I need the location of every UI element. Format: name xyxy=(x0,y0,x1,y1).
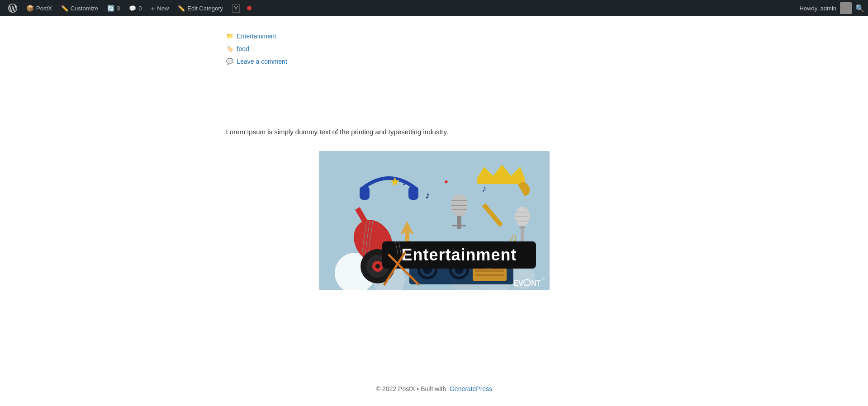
admin-bar: 📦 PostX ✏️ Customize 🔄 3 💬 0 + New ✏️ Ed… xyxy=(0,0,868,16)
footer-generatepress-link[interactable]: GeneratePress xyxy=(450,385,492,392)
updates-count: 3 xyxy=(117,5,120,12)
entertainment-image: ♪ ♩ ♪ ♫ xyxy=(319,151,550,290)
edit-category-icon: ✏️ xyxy=(178,5,185,12)
new-plus-icon: + xyxy=(151,5,155,12)
tag-row: 🏷️ food xyxy=(226,42,642,55)
svg-text:♪: ♪ xyxy=(482,184,486,194)
svg-rect-45 xyxy=(519,227,526,228)
svg-rect-33 xyxy=(457,216,461,229)
svg-rect-26 xyxy=(408,186,418,200)
comments-icon: 💬 xyxy=(129,5,136,12)
updates-button[interactable]: 🔄 3 xyxy=(103,0,124,16)
updates-icon: 🔄 xyxy=(107,5,114,12)
tag-icon: 🏷️ xyxy=(226,43,233,55)
leave-comment-link[interactable]: Leave a comment xyxy=(237,55,287,68)
edit-category-button[interactable]: ✏️ Edit Category xyxy=(173,0,228,16)
customize-label: Customize xyxy=(71,5,98,12)
svg-text:EV: EV xyxy=(513,279,523,287)
svg-text:♩: ♩ xyxy=(403,178,406,187)
site-footer: © 2022 PostX • Built with GeneratePress xyxy=(0,372,868,406)
footer-copyright: © 2022 PostX • Built with xyxy=(376,385,446,392)
postx-button[interactable]: 📦 PostX xyxy=(22,0,57,16)
entry-meta: 📁 Entertainment 🏷️ food 💬 Leave a commen… xyxy=(226,30,642,68)
customize-button[interactable]: ✏️ Customize xyxy=(57,0,103,16)
new-label: New xyxy=(157,5,169,12)
category-icon: 📁 xyxy=(226,30,233,42)
svg-text:©: © xyxy=(542,277,545,281)
category-link[interactable]: Entertainment xyxy=(237,30,276,42)
yoast-icon: Y xyxy=(232,4,240,13)
search-icon[interactable]: 🔍 xyxy=(855,4,864,13)
customize-icon: ✏️ xyxy=(61,5,68,12)
tag-link[interactable]: food xyxy=(237,42,249,55)
comment-icon: 💬 xyxy=(226,56,233,67)
svg-rect-15 xyxy=(475,269,504,272)
entry-content: Lorem Ipsum is simply dummy text of the … xyxy=(226,127,642,137)
category-row: 📁 Entertainment xyxy=(226,30,642,42)
postx-label: PostX xyxy=(36,5,52,12)
svg-rect-31 xyxy=(477,177,525,184)
comments-count: 0 xyxy=(138,5,142,12)
svg-text:♪: ♪ xyxy=(425,189,430,201)
svg-rect-25 xyxy=(360,186,370,200)
adminbar-right: Howdy, admin 🔍 xyxy=(800,2,864,14)
new-button[interactable]: + New xyxy=(147,0,174,16)
svg-rect-16 xyxy=(475,274,504,276)
comments-button[interactable]: 💬 0 xyxy=(124,0,146,16)
avatar[interactable] xyxy=(840,2,852,14)
postx-icon: 📦 xyxy=(26,5,34,12)
wp-logo-button[interactable] xyxy=(4,0,22,16)
svg-point-42 xyxy=(375,264,380,269)
notification-dot xyxy=(247,6,251,10)
entertainment-image-wrapper: ♪ ♩ ♪ ♫ xyxy=(226,151,642,290)
lorem-text: Lorem Ipsum is simply dummy text of the … xyxy=(226,127,642,137)
edit-category-label: Edit Category xyxy=(187,5,223,12)
comment-row: 💬 Leave a comment xyxy=(226,55,642,68)
notification-dot-wrapper xyxy=(244,5,254,12)
page-wrapper: 📁 Entertainment 🏷️ food 💬 Leave a commen… xyxy=(0,16,868,406)
svg-text:Entertainment: Entertainment xyxy=(401,245,517,264)
content-area: 📁 Entertainment 🏷️ food 💬 Leave a commen… xyxy=(217,16,651,335)
howdy-text: Howdy, admin xyxy=(800,5,836,12)
yoast-button[interactable]: Y xyxy=(228,0,244,16)
svg-text:NT: NT xyxy=(531,279,541,287)
